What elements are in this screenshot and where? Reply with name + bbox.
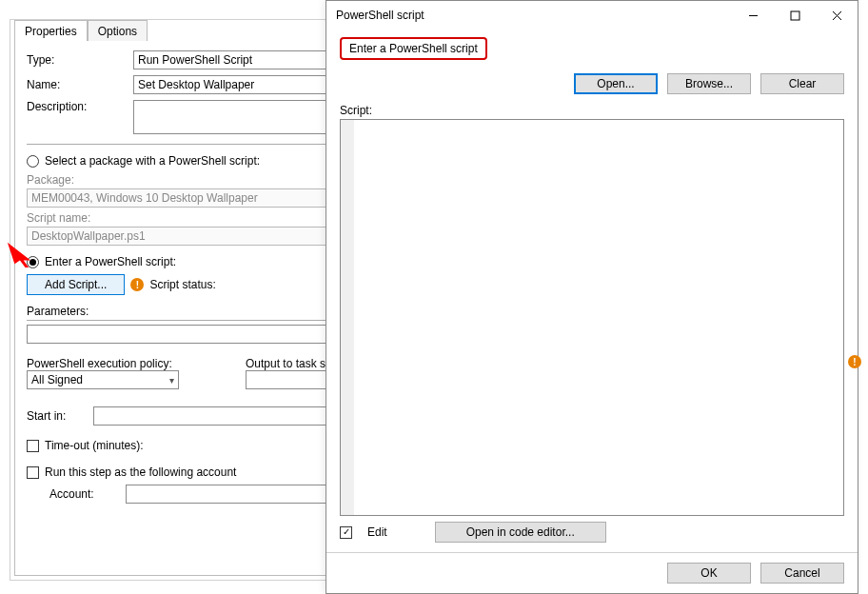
powershell-script-dialog: PowerShell script Enter a PowerShell scr… [326,0,858,594]
editor-gutter [341,120,354,515]
radio-enter-script[interactable] [27,256,39,268]
svg-rect-2 [791,11,799,20]
start-in-label: Start in: [27,409,93,423]
script-status-label: Script status: [149,278,215,291]
description-label: Description: [27,100,133,113]
radio-enter-script-label: Enter a PowerShell script: [45,255,176,268]
script-label: Script: [340,104,844,117]
name-label: Name: [27,78,133,91]
edit-checkbox[interactable] [340,526,352,539]
script-editor [340,119,844,516]
open-button[interactable]: Open... [574,73,658,94]
dialog-footer: OK Cancel [326,552,858,593]
titlebar: PowerShell script [326,1,858,30]
minimize-button[interactable] [732,1,774,30]
timeout-label: Time-out (minutes): [45,439,144,452]
maximize-button[interactable] [774,1,816,30]
run-as-checkbox[interactable] [27,466,39,479]
exec-policy-label: PowerShell execution policy: [27,357,217,370]
open-code-editor-button[interactable]: Open in code editor... [435,522,606,543]
clear-button[interactable]: Clear [760,73,844,94]
close-button[interactable] [816,1,858,30]
exec-policy-combo[interactable]: All Signed ▾ [27,370,179,389]
warning-icon: ! [848,355,861,368]
tab-options[interactable]: Options [88,20,148,43]
edit-label: Edit [367,525,387,539]
radio-select-package-label: Select a package with a PowerShell scrip… [45,154,260,168]
run-as-label: Run this step as the following account [45,465,236,479]
tab-properties[interactable]: Properties [14,20,88,43]
cancel-button[interactable]: Cancel [760,563,844,584]
dialog-title: PowerShell script [336,9,732,22]
tab-strip: Properties Options [14,20,148,43]
timeout-checkbox[interactable] [27,440,39,452]
exec-policy-value: All Signed [31,373,83,386]
enter-script-caption: Enter a PowerShell script [340,37,487,60]
warning-icon: ! [130,278,144,291]
type-label: Type: [27,53,133,67]
chevron-down-icon: ▾ [169,375,174,386]
add-script-button[interactable]: Add Script... [27,274,125,295]
browse-button[interactable]: Browse... [667,73,751,94]
radio-select-package[interactable] [27,155,39,168]
account-label: Account: [49,487,126,501]
ok-button[interactable]: OK [667,563,751,584]
script-textarea[interactable] [354,120,843,515]
